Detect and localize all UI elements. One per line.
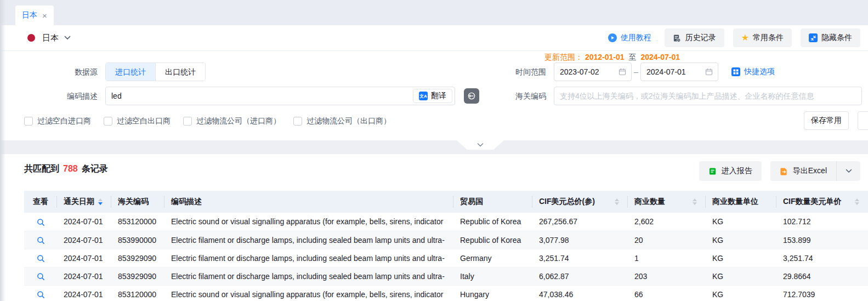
column-header-unit: 商业数量单位 — [706, 191, 776, 213]
exclude-filter-button[interactable] — [464, 88, 479, 104]
history-button[interactable]: 历史记录 — [665, 29, 724, 47]
table-header-row: 查看通关日期海关编码编码描述贸易国CIF美元总价(参)商业数量商业数量单位CIF… — [24, 191, 868, 213]
country-selector-label[interactable]: 日本 — [42, 33, 59, 43]
column-header-date[interactable]: 通关日期 — [57, 191, 111, 213]
start-date-input[interactable] — [560, 67, 618, 76]
checkbox-icon[interactable] — [183, 117, 192, 126]
checkbox-label: 过滤空白进口商 — [37, 116, 91, 126]
star-icon: ★ — [741, 33, 749, 42]
update-range: 更新范围： 2012-01-01 至 2024-07-01 — [544, 52, 680, 62]
quick-options-link[interactable]: 快捷选项 — [731, 63, 775, 81]
cell-date: 2024-07-01 — [57, 249, 111, 267]
cell-hs_code: 853929090 — [111, 249, 164, 267]
export-stats-tab[interactable]: 出口统计 — [155, 63, 205, 81]
view-record-button[interactable] — [37, 272, 45, 281]
end-date-input[interactable] — [646, 67, 705, 76]
checkbox-filter-blank-importer[interactable]: 过滤空白进口商 — [24, 116, 91, 126]
filter-checkbox-row: 过滤空白进口商 过滤空白出口商 过滤物流公司（进口商） 过滤物流公司（出口商） — [24, 116, 391, 126]
checkbox-icon[interactable] — [24, 117, 33, 126]
view-record-button[interactable] — [37, 236, 45, 245]
table-row: 2024-07-01853120000Electric sound or vis… — [24, 213, 868, 231]
tab-close-icon[interactable]: × — [42, 12, 47, 20]
cell-date: 2024-07-01 — [57, 213, 111, 231]
table-row: 2024-07-01853990000Electric filament or … — [24, 231, 868, 249]
import-stats-tab[interactable]: 进口统计 — [106, 63, 155, 81]
cell-desc: Electric filament or discharge lamps, in… — [164, 249, 453, 267]
column-header-country: 贸易国 — [453, 191, 532, 213]
end-date-field[interactable] — [640, 63, 718, 81]
export-excel-button[interactable]: 导出Excel — [770, 161, 836, 181]
hide-conditions-button[interactable]: 隐藏条件 — [801, 29, 860, 47]
code-desc-input[interactable] — [111, 92, 413, 100]
cell-country: Republic of Korea — [453, 231, 532, 249]
checkbox-filter-blank-exporter[interactable]: 过滤空白出口商 — [104, 116, 171, 126]
favorites-label: 常用条件 — [753, 33, 784, 43]
hs-code-input[interactable] — [560, 92, 856, 100]
cell-qty: 2,602 — [628, 213, 706, 231]
view-record-button[interactable] — [37, 218, 45, 226]
cell-date: 2024-07-01 — [57, 285, 111, 301]
save-favorite-button[interactable]: 保存常用 — [804, 111, 849, 130]
quick-options-icon — [731, 67, 740, 76]
cell-unit: KG — [706, 249, 776, 267]
chevron-down-icon[interactable] — [63, 33, 72, 42]
update-range-label: 更新范围： — [544, 53, 583, 61]
cell-cif_total: 3,251.74 — [532, 249, 628, 267]
sort-icon-unit_price[interactable] — [855, 198, 859, 205]
column-header-hs_code: 海关编码 — [111, 191, 164, 213]
panel-header: 日本 使用教程 历史记录 ★ 常用条件 — [0, 25, 868, 51]
match-count: 788 — [63, 164, 78, 173]
enter-report-button[interactable]: 进入报告 — [699, 161, 762, 181]
favorites-button[interactable]: ★ 常用条件 — [733, 29, 792, 47]
view-record-button[interactable] — [37, 291, 45, 299]
translate-label: 翻译 — [431, 91, 446, 101]
sort-icon-qty[interactable] — [693, 198, 697, 205]
form-row-2: 编码描述 文A 翻译 海关编码 — [0, 87, 868, 105]
checkbox-label: 过滤物流公司（进口商） — [196, 116, 281, 126]
column-header-unit_price[interactable]: CIF数量美元单价 — [776, 191, 868, 213]
table-row: 2024-07-01853929090Electric filament or … — [24, 267, 868, 285]
collapse-panel-handle[interactable] — [457, 140, 504, 150]
export-dropdown-button[interactable] — [836, 161, 860, 181]
checkbox-icon[interactable] — [104, 117, 112, 126]
cell-cif_total: 47,038.46 — [532, 285, 628, 301]
cell-country: Italy — [453, 267, 532, 285]
checkbox-filter-logistics-exporter[interactable]: 过滤物流公司（出口商） — [293, 116, 391, 126]
cell-hs_code: 853120000 — [111, 285, 164, 301]
magnifier-icon — [37, 218, 45, 226]
code-desc-label: 编码描述 — [55, 87, 98, 105]
tutorial-link[interactable]: 使用教程 — [608, 33, 651, 43]
column-label: CIF美元总价(参) — [539, 197, 595, 207]
update-range-start: 2012-01-01 — [585, 53, 625, 61]
chevron-down-icon — [477, 143, 484, 147]
table-row: 2024-07-01853120000Electric sound or vis… — [24, 285, 868, 301]
calendar-icon — [618, 67, 627, 76]
cell-unit: KG — [706, 213, 776, 231]
export-excel-label: 导出Excel — [793, 166, 827, 176]
match-summary: 共匹配到788条记录 — [24, 163, 108, 175]
cell-unit: KG — [706, 285, 776, 301]
cell-desc: Electric sound or visual signalling appa… — [164, 213, 453, 231]
sort-icon-cif_total[interactable] — [615, 198, 619, 205]
checkbox-icon[interactable] — [293, 117, 302, 126]
cell-desc: Electric filament or discharge lamps, in… — [164, 267, 453, 285]
cell-unit_price: 153.899 — [776, 231, 868, 249]
page: 日本 × 日本 使用教程 历史记录 — [0, 0, 868, 301]
update-range-end: 2024-07-01 — [640, 53, 680, 61]
partial-button[interactable] — [858, 111, 868, 130]
translate-button[interactable]: 文A 翻译 — [413, 89, 452, 103]
view-record-button[interactable] — [37, 254, 45, 263]
checkbox-filter-logistics-importer[interactable]: 过滤物流公司（进口商） — [183, 116, 281, 126]
start-date-field[interactable] — [554, 63, 632, 81]
summary-prefix: 共匹配到 — [24, 164, 59, 173]
japan-flag-icon — [27, 34, 35, 42]
column-header-view: 查看 — [24, 191, 57, 213]
column-label: 贸易国 — [460, 197, 483, 207]
cell-qty: 1 — [628, 249, 706, 267]
data-source-label: 数据源 — [55, 63, 98, 81]
tab-japan[interactable]: 日本 × — [15, 5, 54, 25]
cell-qty: 66 — [628, 285, 706, 301]
column-header-cif_total[interactable]: CIF美元总价(参) — [532, 191, 628, 213]
sort-icon-date[interactable] — [98, 198, 103, 205]
column-header-qty[interactable]: 商业数量 — [628, 191, 706, 213]
